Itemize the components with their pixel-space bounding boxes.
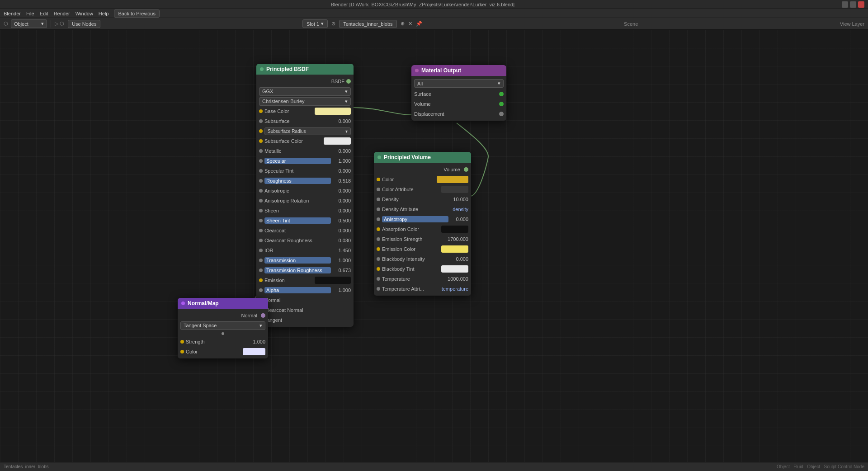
subsurface-radius-socket[interactable] [259, 129, 263, 133]
nm-header-dot [181, 301, 185, 305]
emission-color-swatch[interactable] [315, 277, 351, 284]
browse-material-icon[interactable]: ⊕ [401, 21, 405, 27]
material-output-node: Material Output All▾ Surface Volume Disp… [411, 65, 506, 121]
menu-file[interactable]: File [26, 11, 34, 16]
principled-bsdf-header[interactable]: Principled BSDF [256, 64, 354, 75]
tangent-space-dropdown-row[interactable]: Tangent Space▾ [178, 320, 268, 330]
roughness-socket[interactable] [259, 179, 263, 183]
christensen-dropdown-row[interactable]: Christensen-Burley▾ [256, 96, 354, 106]
pv-absorption-color-socket[interactable] [377, 227, 380, 231]
pin-icon[interactable]: 📌 [416, 21, 422, 27]
anisotropic-value: 0.000 [333, 188, 351, 193]
menu-render[interactable]: Render [54, 11, 70, 16]
sheen-row: Sheen 0.000 [256, 206, 354, 216]
subsurface-socket[interactable] [259, 119, 263, 123]
anisotropic-socket[interactable] [259, 189, 263, 193]
principled-volume-body: Volume Color Color Attribute Density 10.… [374, 163, 471, 296]
title-bar-controls[interactable] [842, 1, 864, 8]
ior-socket[interactable] [259, 249, 263, 252]
pv-output-socket[interactable] [464, 167, 468, 172]
pv-color-swatch[interactable] [437, 176, 468, 183]
pv-density-attr-value: density [450, 207, 468, 212]
close-button[interactable] [858, 1, 864, 8]
tangent-space-dropdown[interactable]: Tangent Space▾ [180, 321, 265, 330]
subsurface-color-swatch[interactable] [324, 137, 351, 145]
pv-color-attr-field[interactable] [441, 186, 468, 193]
base-color-swatch[interactable] [315, 108, 351, 115]
roughness-row: Roughness 0.518 [256, 176, 354, 186]
pv-temperature-socket[interactable] [377, 277, 380, 281]
pv-blackbody-tint-socket[interactable] [377, 267, 380, 271]
surface-socket[interactable] [499, 92, 504, 96]
minimize-button[interactable] [842, 1, 848, 8]
pv-absorption-color-swatch[interactable] [441, 226, 468, 233]
pv-emission-strength-socket[interactable] [377, 237, 380, 241]
back-to-previous-button[interactable]: Back to Previous [114, 9, 160, 18]
pv-density-label: Density [382, 197, 448, 202]
ggx-dropdown[interactable]: GGX▾ [259, 87, 351, 96]
pv-temp-attr-socket[interactable] [377, 287, 380, 291]
specular-tint-label: Specular Tint [264, 168, 331, 174]
volume-socket[interactable] [499, 102, 504, 106]
ggx-dropdown-row[interactable]: GGX▾ [256, 86, 354, 96]
pv-emission-color-swatch[interactable] [441, 245, 468, 253]
pv-temperature-value: 1000.000 [448, 276, 468, 282]
metallic-label: Metallic [264, 148, 331, 154]
nm-strength-socket[interactable] [180, 340, 184, 344]
transmission-roughness-value: 0.673 [333, 268, 351, 273]
sheen-tint-socket[interactable] [259, 219, 263, 222]
pv-emission-strength-label: Emission Strength [382, 236, 446, 242]
pv-density-socket[interactable] [377, 198, 380, 201]
clearcoat-socket[interactable] [259, 229, 263, 232]
specular-socket[interactable] [259, 159, 263, 163]
pv-blackbody-tint-swatch[interactable] [441, 265, 468, 273]
canvas-area[interactable]: Principled BSDF BSDF GGX▾ Christensen-Bu… [0, 30, 868, 462]
normal-map-header[interactable]: Normal/Map [178, 298, 268, 309]
alpha-socket[interactable] [259, 288, 263, 292]
pv-density-attr-socket[interactable] [377, 207, 380, 211]
emission-socket[interactable] [259, 278, 263, 282]
pv-anisotropy-socket[interactable] [377, 217, 380, 221]
subsurface-radius-dropdown[interactable]: Subsurface Radius▾ [264, 127, 351, 135]
christensen-dropdown[interactable]: Christensen-Burley▾ [259, 97, 351, 106]
metallic-row: Metallic 0.000 [256, 146, 354, 156]
menu-edit[interactable]: Edit [40, 11, 48, 16]
subsurface-value: 0.000 [333, 118, 351, 124]
clearcoat-roughness-row: Clearcoat Roughness 0.030 [256, 236, 354, 245]
bsdf-output-socket[interactable] [346, 79, 351, 84]
pv-color-socket[interactable] [377, 178, 380, 181]
pv-absorption-color-label: Absorption Color [382, 226, 439, 232]
transmission-roughness-socket[interactable] [259, 268, 263, 272]
use-nodes-button[interactable]: Use Nodes [68, 20, 100, 28]
pv-color-attr-socket[interactable] [377, 188, 380, 191]
anisotropic-rotation-socket[interactable] [259, 199, 263, 203]
clearcoat-normal-row: Clearcoat Normal [256, 305, 354, 315]
clearcoat-roughness-socket[interactable] [259, 239, 263, 242]
base-color-socket[interactable] [259, 109, 263, 113]
pv-blackbody-intensity-socket[interactable] [377, 257, 380, 261]
material-name-field[interactable]: Tentacles_inner_blobs [339, 20, 396, 28]
maximize-button[interactable] [850, 1, 856, 8]
all-dropdown[interactable]: All▾ [414, 79, 504, 88]
pv-emission-color-socket[interactable] [377, 247, 380, 251]
metallic-socket[interactable] [259, 149, 263, 153]
nm-color-swatch[interactable] [243, 348, 265, 355]
material-close-icon[interactable]: ✕ [408, 21, 412, 27]
displacement-socket[interactable] [499, 112, 504, 116]
sheen-socket[interactable] [259, 209, 263, 212]
mode-dropdown[interactable]: Object▾ [11, 19, 47, 28]
menu-help[interactable]: Help [99, 11, 109, 16]
slot-selector[interactable]: Slot 1▾ [302, 19, 328, 28]
principled-volume-header[interactable]: Principled Volume [374, 152, 471, 163]
menu-blender[interactable]: Blender [4, 11, 21, 16]
clearcoat-label: Clearcoat [264, 228, 331, 233]
nm-output-socket[interactable] [261, 313, 265, 318]
subsurface-color-socket[interactable] [259, 139, 263, 143]
menu-window[interactable]: Window [75, 11, 93, 16]
specular-tint-socket[interactable] [259, 169, 263, 173]
transmission-socket[interactable] [259, 259, 263, 262]
pv-anisotropy-value: 0.000 [450, 217, 468, 222]
material-output-header[interactable]: Material Output [411, 65, 506, 76]
nm-color-socket[interactable] [180, 350, 184, 353]
ior-value: 1.450 [333, 248, 351, 253]
